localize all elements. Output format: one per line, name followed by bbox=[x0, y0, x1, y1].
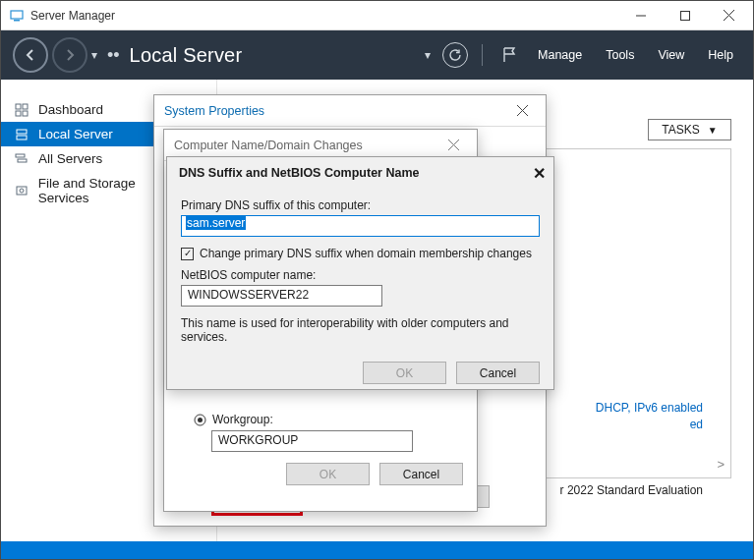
svg-point-15 bbox=[20, 189, 24, 193]
dns-suffix-dialog: DNS Suffix and NetBIOS Computer Name ✕ P… bbox=[166, 156, 554, 390]
ip-config-suffix[interactable]: ed bbox=[690, 418, 703, 431]
maximize-button[interactable] bbox=[663, 1, 707, 29]
tasks-label: TASKS bbox=[662, 123, 699, 137]
primary-suffix-label: Primary DNS suffix of this computer: bbox=[181, 198, 540, 212]
menu-help[interactable]: Help bbox=[700, 44, 741, 66]
servers-icon bbox=[15, 152, 30, 166]
dialog-title: DNS Suffix and NetBIOS Computer Name bbox=[179, 166, 419, 180]
svg-rect-10 bbox=[17, 130, 27, 134]
nav-history-dropdown[interactable]: ▾ bbox=[91, 48, 97, 62]
dialog-title: System Properties bbox=[164, 104, 264, 118]
header-right-controls: ▾ Manage Tools View Help bbox=[425, 42, 741, 68]
sidebar-item-label: Local Server bbox=[38, 127, 113, 141]
scope-dropdown[interactable]: ▾ bbox=[425, 48, 431, 62]
menu-view[interactable]: View bbox=[650, 44, 692, 66]
primary-suffix-value: sam.server bbox=[186, 216, 246, 230]
primary-suffix-input[interactable]: sam.server bbox=[181, 215, 540, 237]
os-edition-text: r 2022 Standard Evaluation bbox=[560, 483, 703, 497]
svg-rect-8 bbox=[16, 111, 21, 116]
ok-button[interactable]: OK bbox=[363, 362, 446, 384]
checkbox-label: Change primary DNS suffix when domain me… bbox=[200, 247, 532, 260]
menu-manage[interactable]: Manage bbox=[530, 44, 590, 66]
checkbox-checked-icon: ✓ bbox=[181, 248, 194, 260]
window-controls bbox=[618, 1, 751, 29]
server-icon bbox=[15, 128, 30, 141]
radio-selected-icon bbox=[194, 414, 206, 426]
refresh-icon bbox=[448, 48, 462, 62]
dashboard-icon bbox=[15, 103, 30, 117]
workgroup-radio[interactable]: Workgroup: bbox=[194, 413, 455, 426]
svg-point-21 bbox=[198, 418, 203, 422]
storage-icon bbox=[15, 184, 30, 197]
tasks-dropdown[interactable]: TASKS ▼ bbox=[648, 119, 731, 140]
breadcrumb-indicator-icon: •• bbox=[107, 45, 120, 66]
dialog-titlebar: System Properties bbox=[154, 95, 546, 127]
change-suffix-checkbox[interactable]: ✓ Change primary DNS suffix when domain … bbox=[181, 247, 540, 260]
ip-config-link[interactable]: DHCP, IPv6 enabled bbox=[596, 401, 703, 415]
nav-forward-button[interactable] bbox=[52, 37, 87, 73]
svg-rect-7 bbox=[23, 104, 28, 109]
ok-button[interactable]: OK bbox=[286, 463, 370, 485]
app-title: Server Manager bbox=[30, 9, 618, 23]
page-title: Local Server bbox=[130, 44, 425, 67]
menu-tools[interactable]: Tools bbox=[598, 44, 642, 66]
scroll-right-icon[interactable]: > bbox=[717, 457, 725, 472]
sidebar-item-label: All Servers bbox=[38, 151, 102, 166]
titlebar: Server Manager bbox=[1, 1, 753, 30]
svg-rect-6 bbox=[16, 104, 21, 109]
header-bar: ▾ •• Local Server ▾ Manage Tools View He… bbox=[1, 30, 753, 80]
svg-rect-14 bbox=[17, 187, 27, 195]
workgroup-input[interactable]: WORKGROUP bbox=[211, 430, 413, 452]
dialog-close-button[interactable]: ✕ bbox=[533, 164, 546, 183]
svg-rect-3 bbox=[680, 11, 689, 20]
svg-rect-1 bbox=[14, 20, 20, 22]
refresh-button[interactable] bbox=[442, 42, 468, 68]
server-manager-window: Server Manager ▾ •• Local Server ▾ Manag… bbox=[0, 0, 754, 560]
netbios-note: This name is used for interoperability w… bbox=[181, 316, 540, 344]
workgroup-label: Workgroup: bbox=[212, 413, 273, 426]
notifications-flag-icon[interactable] bbox=[496, 42, 522, 68]
svg-rect-0 bbox=[11, 11, 23, 19]
svg-rect-11 bbox=[17, 136, 27, 140]
sidebar-item-label: Dashboard bbox=[38, 102, 103, 117]
close-button[interactable] bbox=[707, 1, 751, 29]
dialog-title: Computer Name/Domain Changes bbox=[174, 139, 363, 152]
svg-rect-12 bbox=[16, 154, 25, 157]
svg-rect-13 bbox=[18, 159, 27, 162]
server-manager-icon bbox=[9, 8, 25, 24]
netbios-label: NetBIOS computer name: bbox=[181, 268, 540, 282]
cancel-button[interactable]: Cancel bbox=[379, 463, 463, 485]
svg-rect-9 bbox=[23, 111, 28, 116]
taskbar bbox=[1, 541, 753, 559]
chevron-down-icon: ▼ bbox=[708, 125, 718, 136]
minimize-button[interactable] bbox=[618, 1, 663, 29]
netbios-name-field: WINDOWSSERVER22 bbox=[181, 285, 382, 307]
dialog-titlebar: DNS Suffix and NetBIOS Computer Name ✕ bbox=[167, 157, 553, 189]
separator bbox=[482, 44, 483, 66]
nav-back-button[interactable] bbox=[13, 37, 48, 73]
dialog-close-button[interactable] bbox=[439, 134, 467, 157]
dialog-close-button[interactable] bbox=[508, 99, 536, 123]
dialog-body: Primary DNS suffix of this computer: sam… bbox=[167, 189, 553, 352]
cancel-button[interactable]: Cancel bbox=[456, 362, 540, 384]
